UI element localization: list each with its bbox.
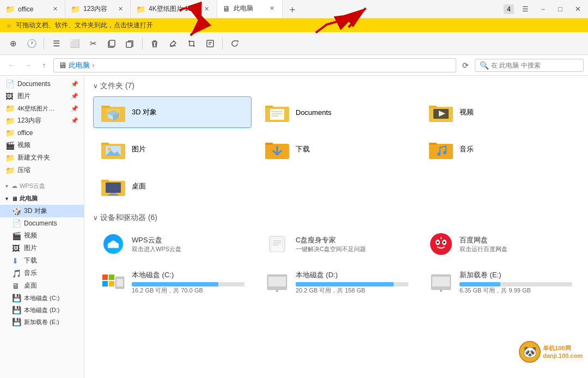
sidebar-sub-download[interactable]: ⬇ 下载 [0, 254, 84, 267]
plus-icon: ＋ [287, 3, 297, 16]
compress-icon: 📁 [5, 166, 14, 175]
folder-item-documents[interactable]: Documents [257, 96, 415, 128]
sidebar-item-123[interactable]: 📁 123内容 📌 [0, 114, 84, 127]
menu-list-button[interactable]: ☰ [47, 35, 65, 52]
drive-item-c[interactable]: 本地磁盘 (C:) 16.2 GB 可用，共 70.0 GB [93, 265, 252, 300]
sidebar-sub-drive-c[interactable]: 💾 本地磁盘 (C:) [0, 292, 84, 304]
sidebar-section-wps[interactable]: ☁ WPS云盘 [0, 180, 84, 192]
wps-cloud-name: WPS云盘 [132, 235, 244, 245]
search-icon: 🔍 [480, 61, 489, 70]
maximize-button[interactable]: □ [552, 2, 568, 16]
tab-pc-close[interactable]: ✕ [268, 4, 277, 13]
refresh-toolbar-button[interactable] [226, 35, 243, 52]
sidebar-item-newfolder[interactable]: 📁 新建文件夹 [0, 151, 84, 164]
window-controls: 4 ☰ － □ ✕ [504, 0, 588, 18]
pin-icon-2: 📌 [71, 93, 78, 100]
folder-item-download[interactable]: 下载 [257, 133, 415, 165]
crop-button[interactable] [183, 35, 200, 52]
sidebar-sub-drive-e[interactable]: 💾 新加载卷 (E:) [0, 316, 84, 328]
svg-rect-62 [432, 277, 450, 286]
sidebar-sub-desktop-label: 桌面 [24, 281, 37, 290]
view-button[interactable]: ⬜ [66, 35, 83, 52]
tab-4k[interactable]: 📁 4K壁纸图片 1080 ✕ [131, 0, 217, 18]
wps-cloud-sub: 双击进入WPS云盘 [132, 245, 244, 253]
folders-section-header[interactable]: 文件夹 (7) [93, 81, 579, 91]
svg-point-63 [440, 290, 442, 292]
sidebar-sub-drive-d[interactable]: 💾 本地磁盘 (D:) [0, 304, 84, 316]
sidebar-item-documents[interactable]: 📄 Documents 📌 [0, 78, 84, 90]
sidebar-sub-drive-e-label: 新加载卷 (E:) [24, 318, 59, 326]
drive-item-cclean[interactable]: C盘瘦身专家 一键解决C盘空间不足问题 [257, 228, 415, 260]
sidebar-item-documents-label: Documents [17, 80, 51, 88]
drive-item-baidu[interactable]: 百度网盘 双击运行百度网盘 [421, 228, 579, 260]
baidu-info: 百度网盘 双击运行百度网盘 [460, 235, 572, 253]
folder-item-video[interactable]: 视频 [421, 96, 579, 128]
rename-button[interactable] [164, 35, 182, 52]
folder-123-icon: 📁 [5, 117, 14, 125]
address-refresh-button[interactable]: ⟳ [458, 58, 473, 72]
sidebar-sub-music[interactable]: 🎵 音乐 [0, 267, 84, 279]
folder-3d-name: 3D 对象 [132, 107, 157, 117]
svg-rect-12 [270, 109, 284, 120]
address-path[interactable]: 🖥 此电脑 › [53, 58, 456, 72]
sidebar-sub-pictures[interactable]: 🖼 图片 [0, 242, 84, 254]
properties-button[interactable] [201, 35, 219, 52]
sidebar-sub-desktop[interactable]: 🖥 桌面 [0, 279, 84, 292]
sidebar-item-compress[interactable]: 📁 压缩 [0, 164, 84, 176]
menu-button[interactable]: ☰ [517, 2, 534, 16]
sidebar-item-4k[interactable]: 📁 4K壁纸图片… 📌 [0, 102, 84, 114]
baidu-name: 百度网盘 [460, 235, 572, 245]
drive-item-wps[interactable]: WPS云盘 双击进入WPS云盘 [93, 228, 252, 260]
title-bar: 📁 office ✕ 📁 123内容 ✕ 📁 4K壁纸图片 1080 ✕ 🖥 此… [0, 0, 588, 19]
sidebar-sub-3d[interactable]: 🎲 3D 对象 [0, 205, 84, 217]
sidebar-item-office[interactable]: 📁 office [0, 127, 84, 139]
svg-rect-35 [108, 194, 119, 196]
sidebar-section-wps-label: WPS云盘 [20, 182, 45, 190]
sidebar-section-pc[interactable]: 🖥 此电脑 [0, 192, 84, 205]
drive-e-icon-img [428, 272, 454, 294]
drive-item-e[interactable]: 新加载卷 (E:) 6.35 GB 可用，共 9.99 GB [421, 265, 579, 300]
add-tab-button[interactable]: ＋ [283, 0, 302, 18]
download-icon: ⬇ [12, 257, 21, 265]
sidebar-item-123-label: 123内容 [17, 116, 41, 125]
history-button[interactable]: 🕐 [23, 35, 40, 52]
folder-item-desktop[interactable]: 桌面 [93, 170, 252, 202]
delete-button[interactable] [146, 35, 163, 52]
cclean-info: C盘瘦身专家 一键解决C盘空间不足问题 [296, 235, 408, 253]
forward-button[interactable]: → [21, 58, 35, 72]
sidebar-sub-drive-d-label: 本地磁盘 (D:) [24, 306, 59, 314]
path-root-label: 此电脑 [69, 60, 90, 70]
drive-c-icon: 💾 [12, 294, 21, 302]
svg-rect-3 [207, 40, 213, 47]
sidebar-sub-video[interactable]: 🎬 视频 [0, 229, 84, 242]
folder-item-3d[interactable]: 3D 对象 [93, 96, 252, 128]
paste-button[interactable] [121, 35, 139, 52]
sidebar-item-video[interactable]: 🎬 视频 [0, 139, 84, 151]
folder-desktop-icon-wrap [100, 175, 126, 197]
tab-123[interactable]: 📁 123内容 ✕ [65, 0, 131, 18]
folder-item-music[interactable]: 音乐 [421, 133, 579, 165]
drive-item-d[interactable]: 本地磁盘 (D:) 20.2 GB 可用，共 158 GB [257, 265, 415, 300]
search-input[interactable] [491, 62, 579, 69]
copy-button[interactable] [103, 35, 120, 52]
minimize-button[interactable]: － [535, 2, 551, 16]
folder-item-pictures[interactable]: 图片 [93, 133, 252, 165]
drive-e-sub: 6.35 GB 可用，共 9.99 GB [460, 286, 572, 295]
new-button[interactable]: ⊕ [4, 35, 22, 52]
tab-4k-close[interactable]: ✕ [203, 5, 211, 14]
folder-grid: 3D 对象 Documents [93, 96, 579, 202]
tab-office[interactable]: 📁 office ✕ [0, 0, 65, 18]
cut-button[interactable]: ✂ [84, 35, 102, 52]
sidebar-item-pictures[interactable]: 🖼 图片 📌 [0, 90, 84, 102]
sidebar-sub-documents[interactable]: 📄 Documents [0, 217, 84, 229]
tab-123-close[interactable]: ✕ [116, 5, 125, 14]
tab-office-close[interactable]: ✕ [51, 5, 59, 14]
sidebar-sub-download-label: 下载 [24, 256, 37, 265]
back-button[interactable]: ← [4, 58, 19, 72]
drives-section-header[interactable]: 设备和驱动器 (6) [93, 213, 579, 223]
sidebar-item-4k-label: 4K壁纸图片… [17, 105, 54, 113]
folder-3d-icon-wrap [100, 101, 126, 123]
up-button[interactable]: ↑ [37, 58, 51, 72]
close-button[interactable]: ✕ [569, 2, 586, 16]
tab-pc[interactable]: 🖥 此电脑 ✕ [217, 0, 283, 18]
